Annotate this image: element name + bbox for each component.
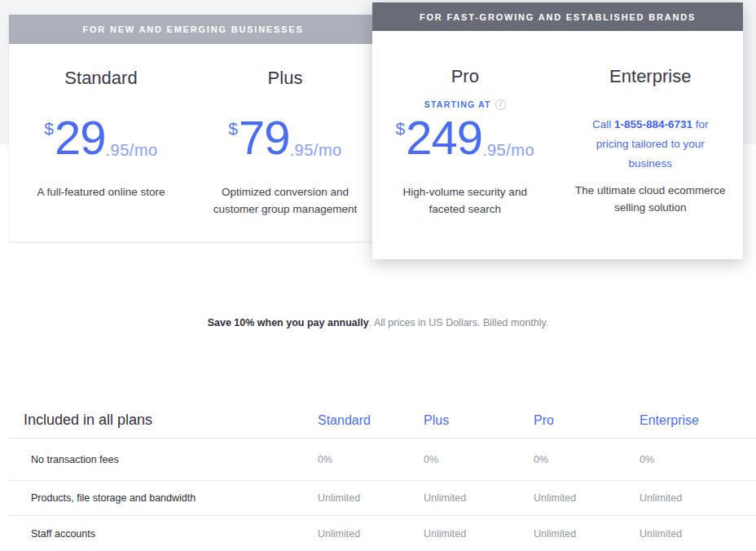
plan-plus-price: $ 79 .95/mo bbox=[228, 117, 341, 162]
table-title: Included in all plans bbox=[24, 412, 318, 429]
plan-standard-price: $ 29 .95/mo bbox=[44, 117, 157, 162]
feature-value-plus: Unlimited bbox=[424, 492, 534, 504]
column-header-pro: Pro bbox=[534, 413, 640, 428]
plan-standard-description: A full-featured online store bbox=[37, 183, 165, 201]
table-row: No transaction fees 0% 0% 0% 0% bbox=[8, 439, 756, 481]
pricing-page: FOR NEW AND EMERGING BUSINESSES Standard… bbox=[0, 0, 756, 551]
price-fraction: .95/mo bbox=[290, 141, 342, 160]
card-left-body: Standard $ 29 .95/mo A full-featured onl… bbox=[9, 44, 377, 218]
plan-pro-title: Pro bbox=[451, 66, 479, 87]
feature-label: Products, file storage and bandwidth bbox=[31, 492, 318, 504]
feature-value-plus: 0% bbox=[424, 454, 534, 465]
feature-table-header: Included in all plans Standard Plus Pro … bbox=[8, 403, 756, 439]
price-integer: 29 bbox=[55, 117, 106, 159]
info-icon[interactable]: i bbox=[495, 99, 506, 110]
column-header-plus: Plus bbox=[424, 413, 534, 428]
feature-value-enterprise: 0% bbox=[640, 454, 756, 465]
feature-table: Included in all plans Standard Plus Pro … bbox=[8, 403, 756, 551]
feature-value-pro: Unlimited bbox=[534, 528, 640, 540]
card-right-body: Pro STARTING AT i $ 249 .95/mo High-volu… bbox=[372, 31, 743, 218]
currency-symbol: $ bbox=[228, 119, 238, 139]
feature-value-standard: 0% bbox=[318, 454, 424, 465]
feature-value-standard: Unlimited bbox=[318, 492, 424, 504]
price-fraction: .95/mo bbox=[482, 141, 534, 160]
plan-pro-price: $ 249 .95/mo bbox=[395, 117, 534, 162]
banner-new-businesses: FOR NEW AND EMERGING BUSINESSES bbox=[9, 15, 377, 44]
feature-value-pro: 0% bbox=[534, 454, 640, 465]
price-fraction: .95/mo bbox=[106, 141, 158, 160]
pricing-card-established-brands: FOR FAST-GROWING AND ESTABLISHED BRANDS … bbox=[372, 2, 743, 259]
plan-enterprise-call-text: Call 1-855-884-6731 for pricing tailored… bbox=[579, 115, 722, 174]
banner-new-businesses-label: FOR NEW AND EMERGING BUSINESSES bbox=[82, 24, 303, 34]
feature-label: Staff accounts bbox=[31, 528, 318, 540]
banner-established-brands-label: FOR FAST-GROWING AND ESTABLISHED BRANDS bbox=[420, 12, 696, 22]
feature-value-enterprise: Unlimited bbox=[640, 492, 756, 504]
currency-symbol: $ bbox=[44, 119, 54, 139]
plan-plus: Plus $ 79 .95/mo Optimized conversion an… bbox=[193, 44, 377, 218]
plan-enterprise-title: Enterprise bbox=[609, 66, 691, 87]
feature-value-enterprise: Unlimited bbox=[640, 528, 756, 540]
table-row: Staff accounts Unlimited Unlimited Unlim… bbox=[8, 516, 756, 551]
plan-standard: Standard $ 29 .95/mo A full-featured onl… bbox=[9, 44, 193, 218]
billing-note-bold: Save 10% when you pay annually bbox=[208, 317, 369, 328]
feature-value-pro: Unlimited bbox=[534, 492, 640, 504]
table-row: Products, file storage and bandwidth Unl… bbox=[8, 481, 756, 516]
column-header-standard: Standard bbox=[318, 413, 424, 428]
plan-pro-starting-at: STARTING AT i bbox=[424, 99, 506, 110]
plan-enterprise-description: The ultimate cloud ecommerce selling sol… bbox=[571, 182, 730, 216]
banner-established-brands: FOR FAST-GROWING AND ESTABLISHED BRANDS bbox=[372, 2, 743, 31]
plan-plus-description: Optimized conversion and customer group … bbox=[204, 183, 367, 218]
pricing-card-new-businesses: FOR NEW AND EMERGING BUSINESSES Standard… bbox=[9, 15, 377, 241]
plan-pro: Pro STARTING AT i $ 249 .95/mo High-volu… bbox=[372, 31, 558, 218]
plan-pro-description: High-volume security and faceted search bbox=[402, 183, 528, 218]
feature-value-plus: Unlimited bbox=[424, 528, 534, 540]
phone-number-link[interactable]: 1-855-884-6731 bbox=[614, 118, 692, 130]
currency-symbol: $ bbox=[395, 119, 405, 139]
plan-standard-title: Standard bbox=[64, 68, 137, 89]
price-integer: 249 bbox=[406, 117, 482, 159]
plan-enterprise: Enterprise Call 1-855-884-6731 for prici… bbox=[558, 31, 744, 218]
feature-label: No transaction fees bbox=[31, 454, 318, 465]
plan-plus-title: Plus bbox=[268, 68, 303, 89]
billing-note: Save 10% when you pay annually. All pric… bbox=[0, 316, 756, 329]
billing-note-rest: . All prices in US Dollars. Billed month… bbox=[369, 317, 549, 328]
price-integer: 79 bbox=[239, 117, 290, 159]
starting-at-label: STARTING AT bbox=[424, 99, 491, 109]
call-prefix: Call bbox=[592, 118, 614, 130]
feature-value-standard: Unlimited bbox=[318, 528, 424, 540]
column-header-enterprise: Enterprise bbox=[640, 413, 756, 428]
